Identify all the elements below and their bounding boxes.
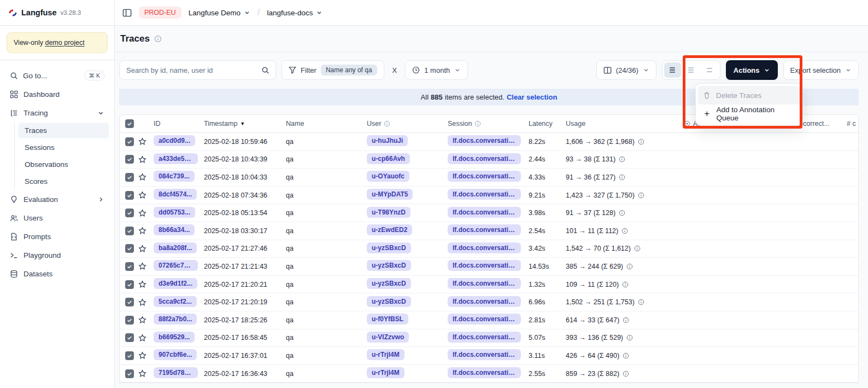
sidebar-item-sessions[interactable]: Sessions xyxy=(18,140,109,155)
header-id[interactable]: ID xyxy=(151,120,202,128)
row-checkbox[interactable] xyxy=(125,280,134,289)
trace-id-badge[interactable]: 8dcf4574... xyxy=(154,189,197,200)
session-badge[interactable]: lf.docs.conversation... xyxy=(448,367,521,378)
row-checkbox[interactable] xyxy=(125,155,134,164)
user-badge[interactable]: u-yzSBxcD xyxy=(367,242,411,253)
trace-id-badge[interactable]: a433de51... xyxy=(154,153,198,164)
trace-id-badge[interactable]: 084c739... xyxy=(154,171,195,182)
bookmark-star-button[interactable] xyxy=(138,173,146,181)
table-row[interactable]: 8b66a34... 2025-02-18 03:30:17 qa u-zEwd… xyxy=(120,222,858,240)
row-checkbox[interactable] xyxy=(125,262,134,271)
session-badge[interactable]: lf.docs.conversation... xyxy=(448,278,521,289)
session-badge[interactable]: lf.docs.conversation... xyxy=(448,189,521,200)
info-icon[interactable] xyxy=(619,174,625,181)
row-checkbox[interactable] xyxy=(125,209,134,217)
info-icon[interactable] xyxy=(619,156,625,163)
header-session[interactable]: Session xyxy=(445,120,526,128)
row-checkbox[interactable] xyxy=(125,298,134,306)
bookmark-star-button[interactable] xyxy=(138,155,146,164)
trace-id-badge[interactable]: 8b66a34... xyxy=(154,224,195,235)
session-badge[interactable]: lf.docs.conversation... xyxy=(448,207,521,218)
table-row[interactable]: d3e9d1f2... 2025-02-17 21:20:21 qa u-yzS… xyxy=(120,276,858,294)
user-badge[interactable]: u-VIZzvwo xyxy=(367,332,409,343)
table-row[interactable]: b669529... 2025-02-17 16:58:45 qa u-VIZz… xyxy=(120,329,858,348)
info-icon[interactable] xyxy=(623,370,629,377)
bookmark-star-button[interactable] xyxy=(138,191,146,199)
search-input[interactable] xyxy=(120,66,255,74)
header-usage[interactable]: Usage xyxy=(564,120,682,128)
info-icon[interactable] xyxy=(619,210,625,216)
table-row[interactable]: 7195d78e... 2025-02-17 16:36:43 qa u-rTr… xyxy=(120,365,858,383)
sidebar-item-observations[interactable]: Observations xyxy=(18,157,109,172)
bookmark-star-button[interactable] xyxy=(138,245,146,253)
sidebar-item-dashboard[interactable]: Dashboard xyxy=(5,86,109,103)
table-row[interactable]: 084c739... 2025-02-18 10:04:33 qa u-OYau… xyxy=(120,169,858,187)
goto-command-palette[interactable]: Go to... ⌘ K xyxy=(5,67,109,84)
bookmark-star-button[interactable] xyxy=(138,351,146,360)
row-checkbox[interactable] xyxy=(125,137,134,146)
export-selection-button[interactable]: Export selection xyxy=(783,60,859,80)
sidebar-item-traces[interactable]: Traces xyxy=(18,123,109,138)
bookmark-star-button[interactable] xyxy=(138,334,146,342)
table-row[interactable]: ba8a208f... 2025-02-17 21:27:46 qa u-yzS… xyxy=(120,240,858,258)
row-height-medium-button[interactable] xyxy=(683,62,700,78)
bookmark-star-button[interactable] xyxy=(138,280,146,288)
time-range-select[interactable]: 1 month xyxy=(405,60,468,80)
clear-selection-link[interactable]: Clear selection xyxy=(507,93,558,101)
header-score-c[interactable]: # c xyxy=(844,120,858,128)
user-badge[interactable]: u-T98YnzD xyxy=(367,207,410,218)
info-icon[interactable] xyxy=(638,299,644,305)
sidebar-toggle-icon[interactable] xyxy=(122,8,132,18)
trace-id-badge[interactable]: b669529... xyxy=(154,332,195,343)
info-icon[interactable] xyxy=(626,263,633,270)
session-badge[interactable]: lf.docs.conversation... xyxy=(448,153,521,164)
info-icon[interactable] xyxy=(621,228,628,234)
select-all-checkbox[interactable] xyxy=(125,119,134,128)
session-badge[interactable]: lf.docs.conversation... xyxy=(448,171,521,182)
trace-id-badge[interactable]: dd05753... xyxy=(154,207,195,218)
trace-id-badge[interactable]: a0cd0d9... xyxy=(154,135,195,146)
row-checkbox[interactable] xyxy=(125,173,134,182)
menu-item-delete-traces[interactable]: Delete Traces xyxy=(698,86,800,105)
search-submit[interactable] xyxy=(255,61,275,79)
user-badge[interactable]: u-yzSBxcD xyxy=(367,260,411,271)
filter-button[interactable]: Filter Name any of qa xyxy=(281,60,384,80)
trace-id-badge[interactable]: 907cbf6e... xyxy=(154,349,197,360)
table-row[interactable]: 907cbf6e... 2025-02-17 16:37:01 qa u-rTr… xyxy=(120,347,858,365)
row-checkbox[interactable] xyxy=(125,316,134,325)
sidebar-item-prompts[interactable]: Prompts xyxy=(5,228,109,245)
table-row[interactable]: 5cca9cf2... 2025-02-17 21:20:19 qa u-yzS… xyxy=(120,293,858,311)
trace-id-badge[interactable]: 88f2a7b0... xyxy=(154,314,197,325)
user-badge[interactable]: u-OYauofc xyxy=(367,171,409,182)
actions-button[interactable]: Actions xyxy=(726,60,778,80)
bookmark-star-button[interactable] xyxy=(138,227,146,235)
sidebar-item-evaluation[interactable]: Evaluation xyxy=(5,191,109,208)
session-badge[interactable]: lf.docs.conversation... xyxy=(448,242,521,253)
table-row[interactable]: 07265c7a... 2025-02-17 21:21:43 qa u-yzS… xyxy=(120,258,858,276)
table-row[interactable]: 8dcf4574... 2025-02-18 07:34:36 qa u-MYp… xyxy=(120,187,858,205)
table-row[interactable]: 88f2a7b0... 2025-02-17 18:25:26 qa u-f0Y… xyxy=(120,311,858,329)
user-badge[interactable]: u-zEwdED2 xyxy=(367,224,412,235)
header-latency[interactable]: Latency xyxy=(526,120,564,128)
row-height-large-button[interactable] xyxy=(701,62,718,78)
session-badge[interactable]: lf.docs.conversation... xyxy=(448,260,521,271)
bookmark-star-button[interactable] xyxy=(138,369,146,378)
session-badge[interactable]: lf.docs.conversation... xyxy=(448,224,521,235)
bookmark-star-button[interactable] xyxy=(138,316,146,324)
info-icon[interactable] xyxy=(623,317,629,323)
row-checkbox[interactable] xyxy=(125,191,134,200)
user-badge[interactable]: u-yzSBxcD xyxy=(367,278,411,289)
org-switcher[interactable]: Langfuse Demo xyxy=(189,9,250,17)
trace-id-badge[interactable]: 5cca9cf2... xyxy=(154,296,197,307)
session-badge[interactable]: lf.docs.conversation... xyxy=(448,314,521,325)
info-icon[interactable] xyxy=(638,138,644,145)
row-checkbox[interactable] xyxy=(125,227,134,235)
row-checkbox[interactable] xyxy=(125,333,134,342)
trace-id-badge[interactable]: 7195d78e... xyxy=(154,367,198,378)
table-row[interactable]: dd05753... 2025-02-18 05:13:54 qa u-T98Y… xyxy=(120,204,858,222)
table-row[interactable]: a0cd0d9... 2025-02-18 10:59:46 qa u-huJh… xyxy=(120,133,858,151)
row-checkbox[interactable] xyxy=(125,351,134,360)
row-height-small-button[interactable] xyxy=(664,62,681,78)
user-badge[interactable]: u-huJhuJi xyxy=(367,135,408,146)
info-icon[interactable] xyxy=(638,192,644,199)
